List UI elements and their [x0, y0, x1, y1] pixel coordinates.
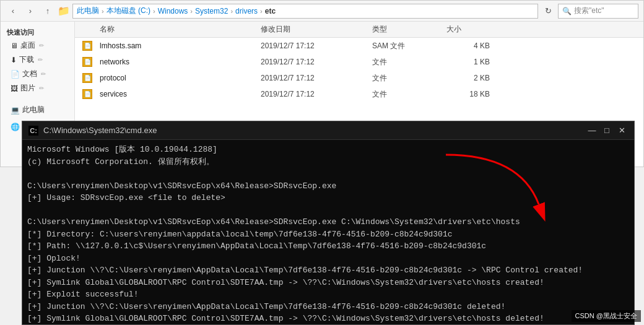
- cmd-line: C:\Users\renyimen\Desktop\v1\SDRsvcEop\x…: [27, 180, 629, 193]
- downloads-icon: ⬇: [11, 56, 17, 64]
- file-icon-cell: 📄: [75, 41, 100, 51]
- cmd-body: Microsoft Windows [版本 10.0.19044.1288](c…: [22, 140, 634, 324]
- sidebar-item-this-pc[interactable]: 💻 此电脑: [1, 103, 74, 117]
- cmd-line: [+] Oplock!: [27, 253, 629, 265]
- cmd-line: [*] Path: \\127.0.0.1\c$\Users\renyimen\…: [27, 240, 629, 253]
- explorer-toolbar: ‹ › ↑ 📁 此电脑 › 本地磁盘 (C:) › Windows › Syst…: [1, 1, 643, 22]
- cmd-icon: C:: [28, 126, 38, 136]
- sep-2: ›: [190, 7, 193, 15]
- quick-access-section: 快速访问 🖥 桌面 ✏ ⬇ 下载 ✏ 📄 文档 ✏ 🖼: [1, 27, 74, 95]
- pictures-icon: 🖼: [11, 84, 18, 93]
- this-pc-icon: 💻: [11, 106, 20, 115]
- file-size: 18 KB: [446, 90, 496, 98]
- file-icon: 📄: [82, 73, 92, 83]
- file-type: 文件: [372, 57, 446, 67]
- cmd-line: [27, 204, 629, 217]
- file-name: services: [100, 90, 261, 98]
- table-row[interactable]: 📄 protocol 2019/12/7 17:12 文件 2 KB: [75, 70, 643, 86]
- col-header-date: 修改日期: [261, 24, 372, 35]
- cmd-window: C: C:\Windows\System32\cmd.exe — □ ✕ Mic…: [22, 121, 635, 325]
- address-part-4: drivers: [235, 7, 258, 15]
- search-icon: 🔍: [562, 7, 572, 15]
- address-part-2: Windows: [158, 7, 188, 15]
- address-part-0: 此电脑: [77, 6, 99, 16]
- file-date: 2019/12/7 17:12: [261, 74, 372, 82]
- forward-button[interactable]: ›: [23, 4, 38, 19]
- table-row[interactable]: 📄 services 2019/12/7 17:12 文件 18 KB: [75, 86, 643, 102]
- file-icon: 📄: [82, 41, 92, 51]
- desktop-icon: 🖥: [11, 41, 18, 50]
- cmd-line: [+] Junction \\?\C:\Users\renyimen\AppDa…: [27, 301, 629, 313]
- documents-icon: 📄: [11, 70, 20, 79]
- sidebar-item-pictures-label: 图片: [20, 83, 35, 93]
- back-button[interactable]: ‹: [6, 4, 20, 19]
- sidebar-item-downloads[interactable]: ⬇ 下载 ✏: [1, 53, 74, 67]
- sep-4: ›: [260, 7, 263, 15]
- sidebar-item-downloads-label: 下载: [19, 54, 34, 65]
- col-header-name: 名称: [75, 24, 261, 35]
- file-date: 2019/12/7 17:12: [261, 41, 372, 50]
- sidebar-item-documents[interactable]: 📄 文档 ✏: [1, 67, 74, 81]
- col-header-type: 类型: [372, 24, 446, 35]
- sidebar-item-pictures[interactable]: 🖼 图片 ✏: [1, 81, 74, 95]
- file-type: 文件: [372, 89, 446, 100]
- file-name: protocol: [100, 74, 261, 82]
- address-part-3: System32: [195, 7, 228, 15]
- refresh-button[interactable]: ↻: [541, 4, 555, 19]
- cmd-line: [+] Usage: SDRsvcEop.exe <file to delete…: [27, 192, 629, 204]
- sidebar-item-desktop[interactable]: 🖥 桌面 ✏: [1, 38, 74, 53]
- sep-1: ›: [153, 7, 155, 15]
- file-icon: 📄: [82, 57, 92, 67]
- file-name: networks: [100, 58, 261, 66]
- cmd-title: C:\Windows\System32\cmd.exe: [43, 126, 581, 135]
- cmd-titlebar: C: C:\Windows\System32\cmd.exe — □ ✕: [22, 121, 634, 140]
- file-icon-cell: 📄: [75, 73, 100, 83]
- column-headers: 名称 修改日期 类型 大小: [75, 22, 643, 38]
- minimize-button[interactable]: —: [586, 124, 598, 137]
- sep-0: ›: [102, 7, 104, 15]
- search-box[interactable]: 🔍 搜索"etc": [558, 4, 638, 19]
- file-icon-cell: 📄: [75, 57, 100, 67]
- col-header-size: 大小: [446, 24, 496, 35]
- file-name: lmhosts.sam: [100, 41, 261, 50]
- file-date: 2019/12/7 17:12: [261, 90, 372, 98]
- table-row[interactable]: 📄 networks 2019/12/7 17:12 文件 1 KB: [75, 54, 643, 70]
- cmd-line: [*] Directory: C:\users\renyimen\appdata…: [27, 228, 629, 241]
- close-button[interactable]: ✕: [616, 124, 628, 137]
- cmd-line: Microsoft Windows [版本 10.0.19044.1288]: [27, 144, 629, 156]
- table-row[interactable]: 📄 lmhosts.sam 2019/12/7 17:12 SAM 文件 4 K…: [75, 38, 643, 54]
- watermark: CSDN @黑战士安全: [572, 310, 641, 322]
- address-part-1: 本地磁盘 (C:): [107, 6, 150, 16]
- search-placeholder: 搜索"etc": [574, 6, 604, 16]
- cmd-line: (c) Microsoft Corporation. 保留所有权利。: [27, 156, 629, 168]
- file-icon-cell: 📄: [75, 89, 100, 99]
- cmd-line: [+] Symlink Global\GLOBALROOT\RPC Contro…: [27, 313, 629, 324]
- cmd-controls: — □ ✕: [586, 124, 628, 137]
- file-type: SAM 文件: [372, 41, 446, 51]
- cmd-line: C:\Users\renyimen\Desktop\v1\SDRsvcEop\x…: [27, 216, 629, 228]
- file-size: 2 KB: [446, 74, 496, 82]
- cmd-line: [+] Symlink Global\GLOBALROOT\RPC Contro…: [27, 277, 629, 289]
- file-date: 2019/12/7 17:12: [261, 58, 372, 66]
- file-size: 1 KB: [446, 58, 496, 66]
- sep-3: ›: [230, 7, 233, 15]
- folder-icon: 📁: [58, 5, 70, 17]
- file-type: 文件: [372, 73, 446, 84]
- address-bar[interactable]: 此电脑 › 本地磁盘 (C:) › Windows › System32 › d…: [72, 4, 538, 19]
- cmd-line: [+] Junction \\?\C:\Users\renyimen\AppDa…: [27, 264, 629, 277]
- network-icon: 🌐: [11, 123, 20, 131]
- maximize-button[interactable]: □: [601, 124, 613, 137]
- address-part-5: etc: [265, 7, 276, 15]
- quick-access-title: 快速访问: [1, 27, 74, 38]
- file-icon: 📄: [82, 89, 92, 99]
- sidebar-item-documents-label: 文档: [22, 69, 37, 79]
- file-size: 4 KB: [446, 41, 496, 50]
- sidebar-item-desktop-label: 桌面: [20, 40, 35, 51]
- up-button[interactable]: ↑: [40, 4, 55, 19]
- this-pc-label: 此电脑: [22, 105, 45, 115]
- cmd-line: [27, 168, 629, 180]
- cmd-line: [+] Exploit successful!: [27, 288, 629, 301]
